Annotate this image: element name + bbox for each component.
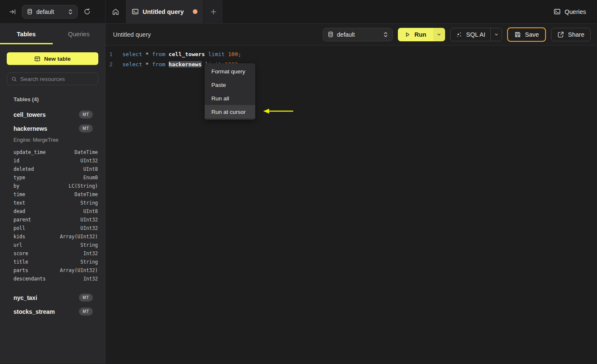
column-name: time: [14, 191, 75, 197]
column-name: poll: [14, 225, 80, 231]
code-token: select: [122, 51, 146, 57]
table-row-nyc-taxi[interactable]: nyc_taxi MT: [0, 291, 105, 305]
column-name: id: [14, 158, 80, 164]
database-selector-top[interactable]: default: [22, 5, 78, 19]
menu-item-run-all[interactable]: Run all: [205, 92, 255, 105]
share-icon: [557, 31, 564, 38]
column-name: descendants: [14, 276, 83, 282]
column-row[interactable]: scoreInt32: [0, 249, 105, 258]
engine-badge: MT: [79, 111, 93, 119]
column-name: text: [14, 200, 80, 206]
column-row[interactable]: parentUInt32: [0, 216, 105, 224]
refresh-button[interactable]: [82, 6, 92, 17]
column-row[interactable]: timeDateTime: [0, 190, 105, 199]
collapse-sidebar-button[interactable]: [8, 7, 18, 17]
chevron-updown-icon: [68, 9, 73, 15]
column-row[interactable]: deletedUInt8: [0, 165, 105, 173]
code-text: select * from cell_towers limit 100;: [116, 51, 241, 57]
column-row[interactable]: update_timeDateTime: [0, 148, 105, 156]
run-button[interactable]: Run: [398, 28, 433, 41]
column-type: DateTime: [75, 149, 98, 155]
table-row-cell-towers[interactable]: cell_towers MT: [0, 108, 105, 121]
sql-ai-options-button[interactable]: [491, 28, 502, 41]
plus-icon: [210, 8, 217, 15]
tab-untitled-query[interactable]: Untitled query: [125, 0, 204, 23]
search-icon: [11, 76, 17, 82]
database-icon: [327, 31, 334, 38]
column-type: LC(String): [69, 183, 98, 189]
sidebar-tab-queries[interactable]: Queries: [53, 24, 105, 44]
table-name: hackernews: [14, 125, 79, 132]
column-type: String: [80, 259, 98, 265]
tab-label: Untitled query: [143, 8, 189, 15]
sidebar: Tables Queries New table Tables (4) cell…: [0, 24, 105, 364]
chevron-down-icon: [437, 32, 441, 37]
column-name: dead: [14, 208, 83, 214]
code-line-2[interactable]: 2 select * from hackernews limit 1000: [105, 59, 597, 69]
column-name: kids: [14, 234, 60, 240]
menu-item-format-query[interactable]: Format query: [205, 65, 255, 78]
column-type: UInt8: [83, 208, 98, 214]
column-row[interactable]: kidsArray(UInt32): [0, 232, 105, 241]
run-label: Run: [414, 31, 426, 38]
code-token: select: [122, 61, 146, 67]
new-table-label: New table: [44, 56, 70, 62]
menu-item-paste[interactable]: Paste: [205, 78, 255, 92]
code-token: cell_towers: [169, 51, 208, 57]
column-row[interactable]: partsArray(UInt32): [0, 266, 105, 275]
sidebar-tab-tables[interactable]: Tables: [0, 24, 53, 44]
table-name: nyc_taxi: [14, 294, 79, 301]
sparkles-icon: [456, 31, 462, 38]
column-row[interactable]: idUInt32: [0, 156, 105, 165]
table-row-stocks-stream[interactable]: stocks_stream MT: [0, 305, 105, 318]
search-input[interactable]: [20, 76, 95, 82]
new-tab-button[interactable]: [204, 0, 223, 23]
column-type: UInt8: [83, 166, 98, 172]
queries-top-button[interactable]: Queries: [554, 0, 586, 23]
sql-ai-label: SQL AI: [466, 31, 485, 38]
chevron-down-icon: [494, 32, 499, 37]
database-icon: [27, 8, 33, 15]
menu-item-run-at-cursor[interactable]: Run at cursor: [205, 105, 255, 119]
code-token: from: [152, 61, 168, 67]
database-selector-value: default: [36, 8, 65, 15]
column-type: Int32: [83, 251, 98, 256]
code-token: limit: [208, 51, 228, 57]
sql-editor[interactable]: 1 select * from cell_towers limit 100; 2…: [105, 46, 597, 364]
table-row-hackernews[interactable]: hackernews MT: [0, 121, 105, 135]
table-name: stocks_stream: [14, 308, 79, 315]
column-row[interactable]: deadUInt8: [0, 207, 105, 216]
column-name: parent: [14, 217, 80, 223]
column-name: title: [14, 259, 80, 265]
column-row[interactable]: typeEnum8: [0, 173, 105, 182]
sql-ai-button[interactable]: SQL AI: [451, 28, 490, 41]
unsaved-changes-dot: [193, 9, 197, 14]
annotation-arrow-icon: [263, 108, 294, 114]
save-icon: [514, 31, 521, 38]
share-button[interactable]: Share: [551, 28, 591, 41]
save-button[interactable]: Save: [507, 27, 546, 42]
column-row[interactable]: urlString: [0, 241, 105, 249]
topbar-spacer: [223, 0, 554, 23]
column-row[interactable]: descendantsInt32: [0, 275, 105, 283]
chevron-updown-icon: [383, 32, 388, 38]
column-name: parts: [14, 267, 60, 273]
column-row[interactable]: byLC(String): [0, 182, 105, 190]
editor-context-menu: Format query Paste Run all Run at cursor: [205, 63, 255, 120]
tables-section-label: Tables (4): [14, 96, 98, 102]
refresh-icon: [84, 8, 91, 15]
column-row[interactable]: textString: [0, 199, 105, 207]
column-row[interactable]: titleString: [0, 258, 105, 266]
engine-label: Engine: MergeTree: [0, 135, 105, 145]
column-name: type: [14, 175, 83, 181]
active-tab-underline: [0, 43, 53, 44]
run-options-button[interactable]: [433, 28, 445, 41]
home-button[interactable]: [105, 0, 125, 23]
code-token: *: [146, 51, 152, 57]
database-selector-toolbar[interactable]: default: [323, 28, 393, 41]
engine-badge: MT: [79, 294, 93, 302]
code-line-1[interactable]: 1 select * from cell_towers limit 100;: [105, 49, 597, 59]
column-row[interactable]: pollUInt32: [0, 224, 105, 232]
query-tab-icon: [132, 8, 139, 15]
new-table-button[interactable]: New table: [7, 52, 98, 65]
